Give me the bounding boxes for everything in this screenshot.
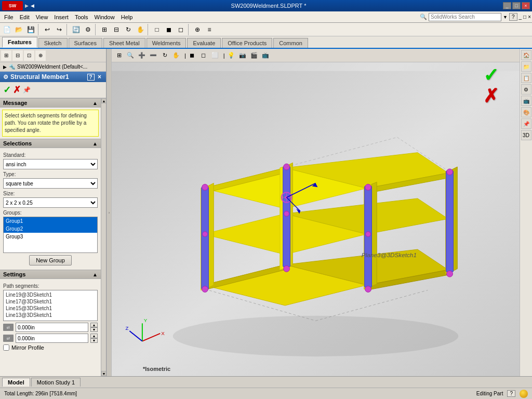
tab-sheet-metal[interactable]: Sheet Metal — [103, 38, 145, 48]
tab-weldments[interactable]: Weldments — [147, 38, 187, 48]
cancel-button[interactable]: ✗ — [13, 84, 21, 96]
pin-button[interactable]: 📌 — [23, 86, 31, 94]
display-style-icon[interactable]: □ — [151, 24, 163, 35]
rp-display-icon[interactable]: 📺 — [521, 96, 531, 106]
offset1-input[interactable] — [16, 323, 88, 332]
selections-collapse-button[interactable]: ▲ — [92, 141, 98, 147]
tab-office-products[interactable]: Office Products — [222, 38, 272, 48]
vp-rotate[interactable]: ↻ — [159, 50, 170, 61]
rp-custom-icon[interactable]: 📌 — [521, 118, 531, 129]
menu-insert[interactable]: Insert — [51, 13, 72, 21]
redo-icon[interactable]: ↪ — [54, 24, 65, 35]
tree-expand-icon[interactable]: ▶ — [3, 64, 7, 70]
menu-view[interactable]: View — [33, 13, 51, 21]
size-select[interactable]: 2 x 2 x 0.25 — [3, 197, 98, 208]
scroll-down-button[interactable]: ▼ — [101, 371, 106, 376]
bottom-tab-motion[interactable]: Motion Study 1 — [31, 378, 81, 387]
vp-pan[interactable]: ✋ — [171, 50, 181, 61]
path-segments-list: Line19@3DSketch1 Line17@3DSketch1 Line15… — [3, 290, 98, 321]
wireframe-icon[interactable]: ◻ — [175, 24, 187, 35]
open-icon[interactable]: 📂 — [13, 24, 24, 35]
rotate-icon[interactable]: ↻ — [123, 24, 134, 35]
panel-collapse-handle[interactable]: › — [107, 49, 112, 376]
minimize-icon[interactable]: _ — [519, 14, 522, 20]
menu-help[interactable]: Help — [118, 13, 136, 21]
vp-display[interactable]: 📺 — [260, 50, 271, 61]
minimize-button[interactable]: _ — [503, 2, 511, 9]
rp-home-icon[interactable]: 🏠 — [521, 50, 531, 60]
standard-select[interactable]: ansi inch — [3, 159, 98, 169]
vp-zoom-out[interactable]: ➖ — [148, 50, 158, 61]
offset2-down[interactable]: ▼ — [90, 338, 98, 343]
vp-wireframe[interactable]: ⬜ — [210, 50, 220, 61]
selections-section-header: Selections ▲ — [0, 139, 101, 148]
group-item-1[interactable]: Group1 — [4, 217, 97, 225]
rp-appearance-icon[interactable]: 🎨 — [521, 107, 531, 117]
options-icon[interactable]: ⚙ — [82, 24, 94, 35]
offset2-up[interactable]: ▲ — [90, 334, 98, 338]
status-help-icon[interactable]: ? — [507, 390, 515, 397]
menu-edit[interactable]: Edit — [17, 13, 33, 21]
close-main-icon[interactable]: × — [528, 14, 531, 20]
search-dropdown-icon[interactable]: ▼ — [503, 15, 508, 20]
shaded-icon[interactable]: ◼ — [163, 24, 175, 35]
mirror-checkbox[interactable] — [3, 344, 9, 351]
tab-surfaces[interactable]: Surfaces — [69, 38, 102, 48]
left-panel-scrollbar[interactable]: ▲ ▼ — [101, 98, 106, 376]
undo-icon[interactable]: ↩ — [42, 24, 53, 35]
rp-config-icon[interactable]: ⚙ — [521, 84, 531, 95]
offset1-up[interactable]: ▲ — [90, 323, 98, 327]
mate-icon[interactable]: ⊕ — [192, 24, 203, 35]
settings-collapse-button[interactable]: ▲ — [92, 272, 98, 277]
vp-scene[interactable]: 🎬 — [249, 50, 259, 61]
vp-zoom-area[interactable]: 🔍 — [125, 50, 136, 61]
rp-property-icon[interactable]: 📋 — [521, 73, 531, 83]
cancel-viewport-button[interactable]: ✗ — [483, 85, 499, 107]
maximize-button[interactable]: □ — [512, 2, 521, 9]
panel-icon-3[interactable]: ⊡ — [24, 50, 34, 61]
group-item-2[interactable]: Group2 — [4, 225, 97, 233]
vp-light[interactable]: 💡 — [226, 50, 236, 61]
panel-icon-1[interactable]: ⊞ — [1, 50, 11, 61]
tab-features[interactable]: Features — [2, 37, 37, 48]
rp-3d-icon[interactable]: 3D — [521, 130, 531, 140]
search-input[interactable] — [429, 13, 501, 21]
panel-icon-2[interactable]: ⊟ — [12, 50, 23, 61]
section-icon[interactable]: ≡ — [204, 24, 215, 35]
vp-zoom-fit[interactable]: ⊞ — [114, 50, 124, 61]
offset1-down[interactable]: ▼ — [90, 327, 98, 332]
bottom-tab-model[interactable]: Model — [2, 378, 30, 387]
scroll-up-button[interactable]: ▲ — [101, 98, 106, 103]
ok-viewport-button[interactable]: ✓ — [483, 64, 499, 86]
ok-button[interactable]: ✓ — [3, 84, 11, 96]
menu-window[interactable]: Window — [91, 13, 118, 21]
tab-evaluate[interactable]: Evaluate — [187, 38, 221, 48]
menu-tools[interactable]: Tools — [72, 13, 91, 21]
save-icon[interactable]: 💾 — [25, 24, 36, 35]
panel-icon-4[interactable]: ⊕ — [35, 50, 46, 61]
offset2-input[interactable] — [16, 334, 88, 343]
tab-common[interactable]: Common — [273, 38, 308, 48]
message-collapse-button[interactable]: ▲ — [92, 100, 98, 106]
type-select[interactable]: square tube — [3, 178, 98, 189]
property-close-icon[interactable]: × — [96, 73, 103, 81]
vp-shaded[interactable]: ◼ — [187, 50, 197, 61]
vp-zoom-in[interactable]: ➕ — [137, 50, 147, 61]
tab-sketch[interactable]: Sketch — [38, 38, 68, 48]
group-item-3[interactable]: Group3 — [4, 233, 97, 241]
close-button[interactable]: × — [522, 2, 530, 9]
restore-icon[interactable]: □ — [523, 14, 526, 20]
rp-tree-icon[interactable]: 📁 — [521, 61, 531, 72]
help-button[interactable]: ? — [509, 13, 517, 21]
new-group-button[interactable]: New Group — [29, 255, 72, 265]
vp-edges[interactable]: ◻ — [198, 50, 209, 61]
vp-camera[interactable]: 📷 — [237, 50, 248, 61]
property-help-icon[interactable]: ? — [87, 74, 95, 81]
menu-file[interactable]: File — [1, 13, 17, 21]
zoom-area-icon[interactable]: ⊟ — [111, 24, 122, 35]
rebuild-icon[interactable]: 🔄 — [70, 24, 82, 35]
scroll-track[interactable] — [101, 103, 106, 371]
zoom-fit-icon[interactable]: ⊞ — [99, 24, 110, 35]
pan-icon[interactable]: ✋ — [135, 24, 146, 35]
new-icon[interactable]: 📄 — [1, 24, 12, 35]
